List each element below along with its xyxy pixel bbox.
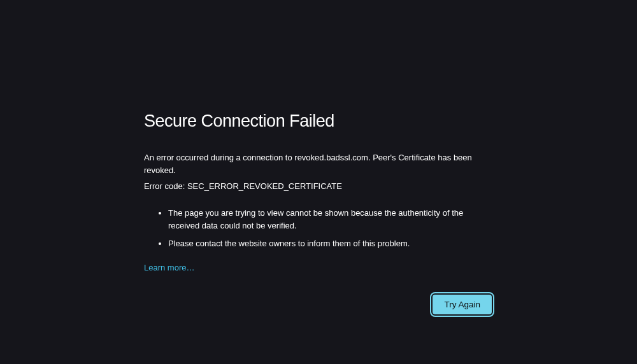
learn-more-link[interactable]: Learn more… [144, 263, 194, 272]
button-row: Try Again [144, 295, 492, 314]
error-page-content: Secure Connection Failed An error occurr… [0, 0, 492, 314]
list-item: The page you are trying to view cannot b… [168, 207, 492, 232]
list-item: Please contact the website owners to inf… [168, 237, 492, 250]
error-bullet-list: The page you are trying to view cannot b… [144, 207, 492, 250]
try-again-button[interactable]: Try Again [433, 295, 492, 314]
error-description: An error occurred during a connection to… [144, 151, 492, 176]
error-code-line: Error code: SEC_ERROR_REVOKED_CERTIFICAT… [144, 180, 492, 193]
page-title: Secure Connection Failed [144, 111, 492, 131]
error-code-prefix: Error code: [144, 181, 187, 191]
error-code-value: SEC_ERROR_REVOKED_CERTIFICATE [187, 181, 342, 191]
